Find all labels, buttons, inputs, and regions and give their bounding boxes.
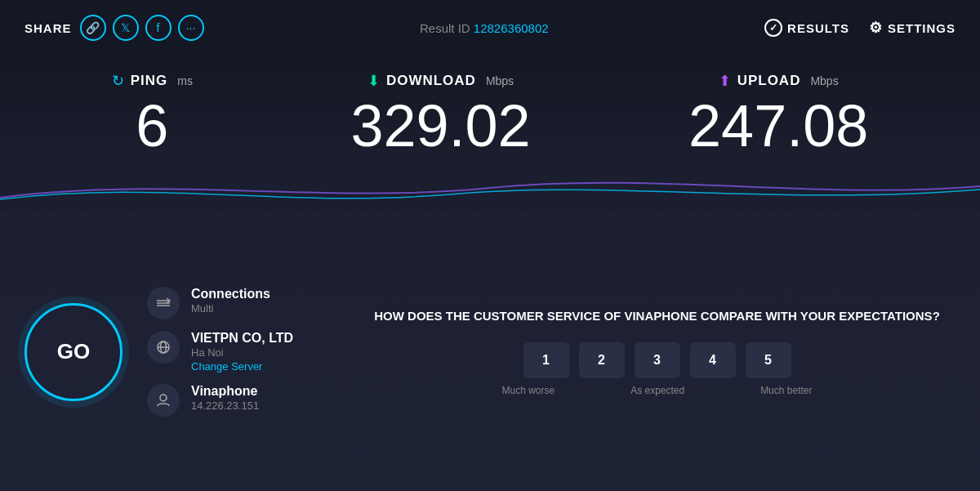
result-id-value: 12826360802: [474, 21, 549, 35]
settings-label: SETTINGS: [888, 21, 956, 35]
change-server-link[interactable]: Change Server: [191, 360, 293, 373]
download-stat: ⬇ DOWNLOAD Mbps 329.02: [350, 72, 530, 155]
connections-value: Multi: [191, 302, 270, 315]
download-value: 329.02: [350, 96, 530, 155]
user-row: Vinaphone 14.226.23.151: [147, 384, 293, 417]
connections-icon: [147, 287, 180, 319]
wave-decoration: [0, 163, 980, 212]
rating-label-middle: As expected: [630, 385, 684, 396]
connections-text: Connections Multi: [191, 287, 270, 315]
rating-3-button[interactable]: 3: [635, 342, 680, 378]
upload-value: 247.08: [688, 96, 868, 155]
user-icon: [147, 384, 180, 417]
header-right: ✓ RESULTS ⚙ SETTINGS: [764, 19, 956, 37]
share-section: SHARE 🔗 𝕏 f ···: [24, 15, 204, 41]
download-icon: ⬇: [368, 72, 380, 90]
info-items: Connections Multi VIETPN CO, LTD: [147, 287, 293, 417]
result-id-label: Result ID: [420, 21, 474, 35]
user-name: Vinaphone: [191, 384, 259, 399]
gear-icon: ⚙: [869, 19, 883, 37]
connections-row: Connections Multi: [147, 287, 293, 319]
survey-section: HOW DOES THE CUSTOMER SERVICE OF VINAPHO…: [326, 229, 956, 475]
share-twitter-icon[interactable]: 𝕏: [113, 15, 139, 41]
rating-5-button[interactable]: 5: [746, 342, 791, 378]
download-unit: Mbps: [486, 74, 514, 87]
rating-labels: Much worse As expected Much better: [502, 385, 813, 396]
share-icons: 🔗 𝕏 f ···: [80, 15, 204, 41]
rating-2-button[interactable]: 2: [579, 342, 625, 378]
isp-row: VIETPN CO, LTD Ha Noi Change Server: [147, 331, 293, 373]
settings-button[interactable]: ⚙ SETTINGS: [869, 19, 956, 37]
results-check-icon: ✓: [764, 19, 782, 37]
user-text: Vinaphone 14.226.23.151: [191, 384, 259, 412]
ping-icon: ↻: [112, 72, 124, 90]
download-label: DOWNLOAD: [386, 73, 476, 89]
go-button[interactable]: GO: [24, 303, 122, 401]
app-container: SHARE 🔗 𝕏 f ··· Result ID 12826360802 ✓ …: [0, 0, 980, 491]
svg-point-6: [160, 395, 167, 401]
connections-title: Connections: [191, 287, 270, 301]
isp-location: Ha Noi: [191, 346, 293, 359]
rating-row: 1 2 3 4 5: [359, 342, 956, 378]
header: SHARE 🔗 𝕏 f ··· Result ID 12826360802 ✓ …: [0, 0, 980, 56]
isp-text: VIETPN CO, LTD Ha Noi Change Server: [191, 331, 293, 373]
left-info: GO Connections Multi: [24, 229, 293, 475]
survey-question: HOW DOES THE CUSTOMER SERVICE OF VINAPHO…: [359, 307, 956, 326]
bottom-section: GO Connections Multi: [0, 212, 980, 491]
rating-label-left: Much worse: [502, 385, 555, 396]
upload-label: UPLOAD: [737, 73, 801, 89]
share-link-icon[interactable]: 🔗: [80, 15, 106, 41]
upload-stat: ⬆ UPLOAD Mbps 247.08: [688, 72, 868, 155]
rating-label-right: Much better: [760, 385, 812, 396]
result-id-section: Result ID 12826360802: [420, 21, 549, 35]
share-facebook-icon[interactable]: f: [145, 15, 172, 41]
user-ip: 14.226.23.151: [191, 399, 259, 412]
ping-value: 6: [136, 96, 168, 155]
upload-icon: ⬆: [719, 72, 731, 90]
ping-stat: ↻ PING ms 6: [112, 72, 193, 155]
globe-icon: [147, 331, 180, 364]
rating-4-button[interactable]: 4: [690, 342, 736, 378]
results-label: RESULTS: [787, 21, 849, 35]
ping-unit: ms: [177, 74, 193, 87]
stats-row: ↻ PING ms 6 ⬇ DOWNLOAD Mbps 329.02 ⬆ UPL…: [0, 56, 980, 163]
share-label: SHARE: [24, 21, 72, 35]
ping-label: PING: [131, 73, 168, 89]
upload-unit: Mbps: [810, 74, 838, 87]
rating-1-button[interactable]: 1: [523, 342, 569, 378]
share-more-icon[interactable]: ···: [178, 15, 204, 41]
results-button[interactable]: ✓ RESULTS: [764, 19, 849, 37]
isp-title: VIETPN CO, LTD: [191, 331, 293, 346]
